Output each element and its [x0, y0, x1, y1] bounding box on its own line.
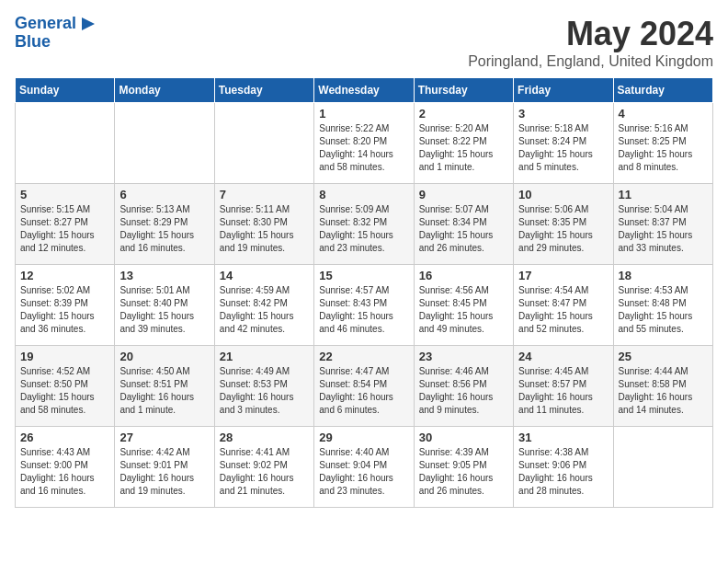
- day-number: 9: [419, 188, 508, 201]
- calendar-cell: 11Sunrise: 5:04 AM Sunset: 8:37 PM Dayli…: [613, 184, 712, 265]
- day-number: 28: [220, 431, 309, 444]
- header-friday: Friday: [514, 78, 613, 103]
- day-info: Sunrise: 4:54 AM Sunset: 8:47 PM Dayligh…: [518, 284, 608, 336]
- day-info: Sunrise: 5:13 AM Sunset: 8:29 PM Dayligh…: [119, 203, 209, 255]
- day-info: Sunrise: 5:11 AM Sunset: 8:30 PM Dayligh…: [220, 203, 309, 255]
- page-header: General Blue May 2024 Poringland, Englan…: [15, 15, 713, 70]
- day-number: 11: [619, 188, 708, 201]
- calendar-header-row: SundayMondayTuesdayWednesdayThursdayFrid…: [16, 78, 713, 103]
- day-number: 6: [119, 188, 209, 201]
- location-subtitle: Poringland, England, United Kingdom: [468, 53, 713, 70]
- calendar-cell: 10Sunrise: 5:06 AM Sunset: 8:35 PM Dayli…: [514, 184, 613, 265]
- day-number: 13: [119, 269, 209, 282]
- calendar-cell: 9Sunrise: 5:07 AM Sunset: 8:34 PM Daylig…: [414, 184, 513, 265]
- day-number: 1: [319, 107, 408, 121]
- day-info: Sunrise: 4:44 AM Sunset: 8:58 PM Dayligh…: [619, 365, 708, 417]
- calendar-cell: 31Sunrise: 4:38 AM Sunset: 9:06 PM Dayli…: [514, 427, 613, 508]
- logo-blue-text: Blue: [15, 33, 97, 52]
- calendar-cell: 25Sunrise: 4:44 AM Sunset: 8:58 PM Dayli…: [613, 346, 712, 427]
- day-number: 14: [220, 269, 309, 282]
- day-info: Sunrise: 4:40 AM Sunset: 9:04 PM Dayligh…: [319, 446, 408, 498]
- day-info: Sunrise: 4:50 AM Sunset: 8:51 PM Dayligh…: [119, 365, 209, 417]
- svg-marker-0: [82, 17, 95, 30]
- calendar-cell: [115, 103, 214, 184]
- day-number: 21: [220, 350, 309, 363]
- day-number: 29: [319, 431, 408, 444]
- calendar-cell: 20Sunrise: 4:50 AM Sunset: 8:51 PM Dayli…: [115, 346, 214, 427]
- day-number: 20: [119, 350, 209, 363]
- header-monday: Monday: [115, 78, 214, 103]
- day-number: 24: [518, 350, 608, 363]
- week-row-2: 5Sunrise: 5:15 AM Sunset: 8:27 PM Daylig…: [16, 184, 713, 265]
- day-info: Sunrise: 5:18 AM Sunset: 8:24 PM Dayligh…: [518, 122, 608, 174]
- day-number: 8: [319, 188, 408, 201]
- logo-arrow-icon: [80, 16, 97, 32]
- day-number: 3: [518, 107, 608, 121]
- day-number: 12: [20, 269, 109, 282]
- calendar-cell: 6Sunrise: 5:13 AM Sunset: 8:29 PM Daylig…: [115, 184, 214, 265]
- day-number: 30: [419, 431, 508, 444]
- day-number: 25: [619, 350, 708, 363]
- week-row-4: 19Sunrise: 4:52 AM Sunset: 8:50 PM Dayli…: [16, 346, 713, 427]
- day-info: Sunrise: 4:53 AM Sunset: 8:48 PM Dayligh…: [619, 284, 708, 336]
- week-row-5: 26Sunrise: 4:43 AM Sunset: 9:00 PM Dayli…: [16, 427, 713, 508]
- week-row-1: 1Sunrise: 5:22 AM Sunset: 8:20 PM Daylig…: [16, 103, 713, 184]
- day-info: Sunrise: 4:39 AM Sunset: 9:05 PM Dayligh…: [419, 446, 508, 498]
- logo: General Blue: [15, 15, 97, 52]
- header-thursday: Thursday: [414, 78, 513, 103]
- day-info: Sunrise: 5:04 AM Sunset: 8:37 PM Dayligh…: [619, 203, 708, 255]
- calendar-cell: 29Sunrise: 4:40 AM Sunset: 9:04 PM Dayli…: [314, 427, 414, 508]
- day-number: 7: [220, 188, 309, 201]
- day-info: Sunrise: 4:52 AM Sunset: 8:50 PM Dayligh…: [20, 365, 109, 417]
- calendar-cell: 23Sunrise: 4:46 AM Sunset: 8:56 PM Dayli…: [414, 346, 513, 427]
- day-info: Sunrise: 5:07 AM Sunset: 8:34 PM Dayligh…: [419, 203, 508, 255]
- day-number: 18: [619, 269, 708, 282]
- month-title: May 2024: [468, 15, 713, 53]
- calendar-cell: 8Sunrise: 5:09 AM Sunset: 8:32 PM Daylig…: [314, 184, 414, 265]
- day-info: Sunrise: 5:02 AM Sunset: 8:39 PM Dayligh…: [20, 284, 109, 336]
- calendar-cell: 28Sunrise: 4:41 AM Sunset: 9:02 PM Dayli…: [214, 427, 313, 508]
- calendar-cell: 2Sunrise: 5:20 AM Sunset: 8:22 PM Daylig…: [414, 103, 513, 184]
- calendar-cell: 15Sunrise: 4:57 AM Sunset: 8:43 PM Dayli…: [314, 265, 414, 346]
- title-block: May 2024 Poringland, England, United Kin…: [468, 15, 713, 70]
- day-info: Sunrise: 5:16 AM Sunset: 8:25 PM Dayligh…: [619, 122, 708, 174]
- day-info: Sunrise: 4:47 AM Sunset: 8:54 PM Dayligh…: [319, 365, 408, 417]
- day-info: Sunrise: 4:59 AM Sunset: 8:42 PM Dayligh…: [220, 284, 309, 336]
- day-info: Sunrise: 4:38 AM Sunset: 9:06 PM Dayligh…: [518, 446, 608, 498]
- calendar-cell: 17Sunrise: 4:54 AM Sunset: 8:47 PM Dayli…: [514, 265, 613, 346]
- calendar-cell: 14Sunrise: 4:59 AM Sunset: 8:42 PM Dayli…: [214, 265, 313, 346]
- calendar-cell: 1Sunrise: 5:22 AM Sunset: 8:20 PM Daylig…: [314, 103, 414, 184]
- day-info: Sunrise: 4:45 AM Sunset: 8:57 PM Dayligh…: [518, 365, 608, 417]
- day-number: 26: [20, 431, 109, 444]
- calendar-cell: 21Sunrise: 4:49 AM Sunset: 8:53 PM Dayli…: [214, 346, 313, 427]
- header-saturday: Saturday: [613, 78, 712, 103]
- calendar-cell: [16, 103, 115, 184]
- calendar-cell: 13Sunrise: 5:01 AM Sunset: 8:40 PM Dayli…: [115, 265, 214, 346]
- day-info: Sunrise: 4:57 AM Sunset: 8:43 PM Dayligh…: [319, 284, 408, 336]
- calendar-cell: 3Sunrise: 5:18 AM Sunset: 8:24 PM Daylig…: [514, 103, 613, 184]
- day-number: 17: [518, 269, 608, 282]
- day-info: Sunrise: 4:43 AM Sunset: 9:00 PM Dayligh…: [20, 446, 109, 498]
- calendar-cell: 16Sunrise: 4:56 AM Sunset: 8:45 PM Dayli…: [414, 265, 513, 346]
- header-tuesday: Tuesday: [214, 78, 313, 103]
- calendar-cell: 4Sunrise: 5:16 AM Sunset: 8:25 PM Daylig…: [613, 103, 712, 184]
- day-info: Sunrise: 4:49 AM Sunset: 8:53 PM Dayligh…: [220, 365, 309, 417]
- day-number: 4: [619, 107, 708, 121]
- day-info: Sunrise: 5:06 AM Sunset: 8:35 PM Dayligh…: [518, 203, 608, 255]
- calendar-cell: 27Sunrise: 4:42 AM Sunset: 9:01 PM Dayli…: [115, 427, 214, 508]
- calendar-cell: 30Sunrise: 4:39 AM Sunset: 9:05 PM Dayli…: [414, 427, 513, 508]
- day-number: 31: [518, 431, 608, 444]
- week-row-3: 12Sunrise: 5:02 AM Sunset: 8:39 PM Dayli…: [16, 265, 713, 346]
- day-info: Sunrise: 5:22 AM Sunset: 8:20 PM Dayligh…: [319, 122, 408, 174]
- calendar-cell: 24Sunrise: 4:45 AM Sunset: 8:57 PM Dayli…: [514, 346, 613, 427]
- calendar-cell: 7Sunrise: 5:11 AM Sunset: 8:30 PM Daylig…: [214, 184, 313, 265]
- day-number: 27: [119, 431, 209, 444]
- day-info: Sunrise: 5:15 AM Sunset: 8:27 PM Dayligh…: [20, 203, 109, 255]
- calendar-cell: [613, 427, 712, 508]
- calendar-cell: 26Sunrise: 4:43 AM Sunset: 9:00 PM Dayli…: [16, 427, 115, 508]
- day-number: 5: [20, 188, 109, 201]
- day-number: 2: [419, 107, 508, 121]
- calendar-cell: [214, 103, 313, 184]
- day-info: Sunrise: 4:46 AM Sunset: 8:56 PM Dayligh…: [419, 365, 508, 417]
- day-info: Sunrise: 5:20 AM Sunset: 8:22 PM Dayligh…: [419, 122, 508, 174]
